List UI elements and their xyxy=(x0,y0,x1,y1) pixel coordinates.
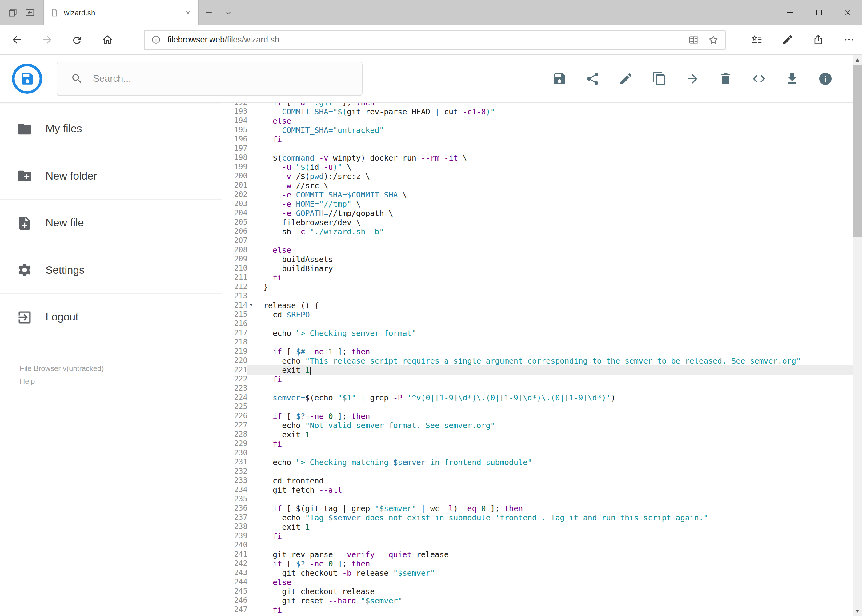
info-button[interactable] xyxy=(818,71,832,86)
maximize-button[interactable] xyxy=(804,0,833,25)
code-text[interactable]: if [ -d ".git" ]; then xyxy=(255,103,853,107)
tab-preview-chevron-icon[interactable] xyxy=(219,0,238,25)
code-line-226[interactable]: 226 if [ $? -ne 0 ]; then xyxy=(222,412,853,421)
code-line-220[interactable]: 220 echo "This release script requires a… xyxy=(222,356,853,365)
code-line-239[interactable]: 239 fi xyxy=(222,531,853,541)
url-field[interactable]: filebrowser.web/files/wizard.sh xyxy=(144,30,726,50)
code-text[interactable]: echo "Tag $semver does not exist in subm… xyxy=(255,513,853,522)
page-scrollbar[interactable] xyxy=(853,55,862,616)
code-text[interactable]: sh -c "./wizard.sh -b" xyxy=(255,227,853,236)
code-text[interactable]: buildAssets xyxy=(255,255,853,264)
code-text[interactable]: } xyxy=(255,282,853,292)
code-text[interactable] xyxy=(255,236,853,245)
code-line-243[interactable]: 243 git checkout -b release "$semver" xyxy=(222,568,853,578)
rename-button[interactable] xyxy=(618,71,633,86)
scroll-up-icon[interactable] xyxy=(853,55,862,64)
hub-favorites-icon[interactable] xyxy=(744,27,769,52)
code-text[interactable]: -u "$(id -u)" \ xyxy=(255,162,853,171)
refresh-button[interactable] xyxy=(65,27,89,52)
copy-button[interactable] xyxy=(651,71,666,86)
code-line-202[interactable]: 202 -e COMMIT_SHA=$COMMIT_SHA \ xyxy=(222,190,853,199)
code-line-214[interactable]: 214▾release () { xyxy=(222,301,853,310)
code-line-228[interactable]: 228 exit 1 xyxy=(222,430,853,439)
add-favorite-star-icon[interactable] xyxy=(708,34,719,45)
code-line-201[interactable]: 201 -w //src \ xyxy=(222,181,853,190)
code-text[interactable] xyxy=(255,319,853,328)
code-line-212[interactable]: 212} xyxy=(222,282,853,292)
code-text[interactable]: else xyxy=(255,578,853,587)
code-line-209[interactable]: 209 buildAssets xyxy=(222,255,853,264)
code-line-196[interactable]: 196 fi xyxy=(222,135,853,144)
tab-close-icon[interactable] xyxy=(182,7,193,18)
code-text[interactable]: git fetch --all xyxy=(255,485,853,495)
code-line-221[interactable]: 221 exit 1 xyxy=(222,365,853,375)
code-line-244[interactable]: 244 else xyxy=(222,578,853,587)
close-button[interactable] xyxy=(833,0,862,25)
fold-marker-icon[interactable]: ▾ xyxy=(247,301,255,310)
code-line-211[interactable]: 211 fi xyxy=(222,273,853,282)
code-text[interactable] xyxy=(255,338,853,347)
code-text[interactable]: else xyxy=(255,245,853,255)
code-line-205[interactable]: 205 filebrowser/dev \ xyxy=(222,218,853,227)
code-line-230[interactable]: 230 xyxy=(222,448,853,457)
code-line-218[interactable]: 218 xyxy=(222,338,853,347)
code-text[interactable]: cd frontend xyxy=(255,476,853,485)
code-text[interactable] xyxy=(255,384,853,393)
code-line-245[interactable]: 245 git checkout release xyxy=(222,587,853,596)
code-line-234[interactable]: 234 git fetch --all xyxy=(222,485,853,495)
code-text[interactable] xyxy=(255,144,853,153)
code-line-232[interactable]: 232 xyxy=(222,467,853,476)
code-text[interactable]: if [ $# -ne 1 ]; then xyxy=(255,347,853,356)
code-line-217[interactable]: 217 echo "> Checking semver format" xyxy=(222,328,853,338)
code-line-192[interactable]: 192 if [ -d ".git" ]; then xyxy=(222,103,853,107)
scroll-down-icon[interactable] xyxy=(853,606,862,615)
share-page-icon[interactable] xyxy=(806,27,830,52)
code-line-223[interactable]: 223 xyxy=(222,384,853,393)
code-line-213[interactable]: 213 xyxy=(222,292,853,301)
code-text[interactable]: fi xyxy=(255,531,853,541)
code-text[interactable]: git rev-parse --verify --quiet release xyxy=(255,550,853,559)
share-button[interactable] xyxy=(585,71,600,86)
code-line-237[interactable]: 237 echo "Tag $semver does not exist in … xyxy=(222,513,853,522)
code-line-229[interactable]: 229 fi xyxy=(222,439,853,448)
page-info-icon[interactable] xyxy=(151,34,162,45)
save-button[interactable] xyxy=(552,71,567,86)
code-text[interactable]: fi xyxy=(255,273,853,282)
code-text[interactable]: echo "> Checking semver format" xyxy=(255,328,853,338)
new-tab-button[interactable] xyxy=(199,0,219,25)
code-line-203[interactable]: 203 -e HOME="//tmp" \ xyxy=(222,199,853,209)
code-text[interactable]: if [ $? -ne 0 ]; then xyxy=(255,412,853,421)
code-line-242[interactable]: 242 if [ $? -ne 0 ]; then xyxy=(222,559,853,568)
search-input[interactable] xyxy=(92,72,362,85)
code-text[interactable] xyxy=(255,467,853,476)
back-button[interactable] xyxy=(4,27,29,52)
code-line-238[interactable]: 238 exit 1 xyxy=(222,522,853,531)
sidebar-item-my-files[interactable]: My files xyxy=(0,106,222,153)
code-line-206[interactable]: 206 sh -c "./wizard.sh -b" xyxy=(222,227,853,236)
code-text[interactable]: semver=$(echo "$1" | grep -P '^v(0|[1-9]… xyxy=(255,393,853,402)
code-line-215[interactable]: 215 cd $REPO xyxy=(222,310,853,319)
code-text[interactable]: fi xyxy=(255,605,853,614)
annotate-pen-icon[interactable] xyxy=(775,27,799,52)
code-line-241[interactable]: 241 git rev-parse --verify --quiet relea… xyxy=(222,550,853,559)
code-text[interactable]: exit 1 xyxy=(255,365,853,375)
code-text[interactable]: git checkout release xyxy=(255,587,853,596)
code-text[interactable]: -e GOPATH=//tmp/gopath \ xyxy=(255,209,853,218)
code-line-199[interactable]: 199 -u "$(id -u)" \ xyxy=(222,162,853,171)
code-line-224[interactable]: 224 semver=$(echo "$1" | grep -P '^v(0|[… xyxy=(222,393,853,402)
filebrowser-logo[interactable] xyxy=(12,63,43,94)
forward-button[interactable] xyxy=(35,27,59,52)
code-line-236[interactable]: 236 if [ $(git tag | grep "$semver" | wc… xyxy=(222,504,853,513)
code-text[interactable] xyxy=(255,448,853,457)
code-text[interactable]: echo "This release script requires a sin… xyxy=(255,356,853,365)
reading-view-icon[interactable] xyxy=(688,34,699,45)
code-line-216[interactable]: 216 xyxy=(222,319,853,328)
code-line-246[interactable]: 246 git reset --hard "$semver" xyxy=(222,596,853,605)
sidebar-item-new-file[interactable]: New file xyxy=(0,200,222,247)
tabs-set-aside-icon[interactable] xyxy=(4,4,21,21)
code-text[interactable]: echo "> Checking matching $semver in fro… xyxy=(255,457,853,467)
delete-button[interactable] xyxy=(718,71,733,86)
home-button[interactable] xyxy=(95,27,120,52)
code-text[interactable]: $(command -v winpty) docker run --rm -it… xyxy=(255,153,853,162)
code-line-193[interactable]: 193 COMMIT_SHA="$(git rev-parse HEAD | c… xyxy=(222,107,853,116)
